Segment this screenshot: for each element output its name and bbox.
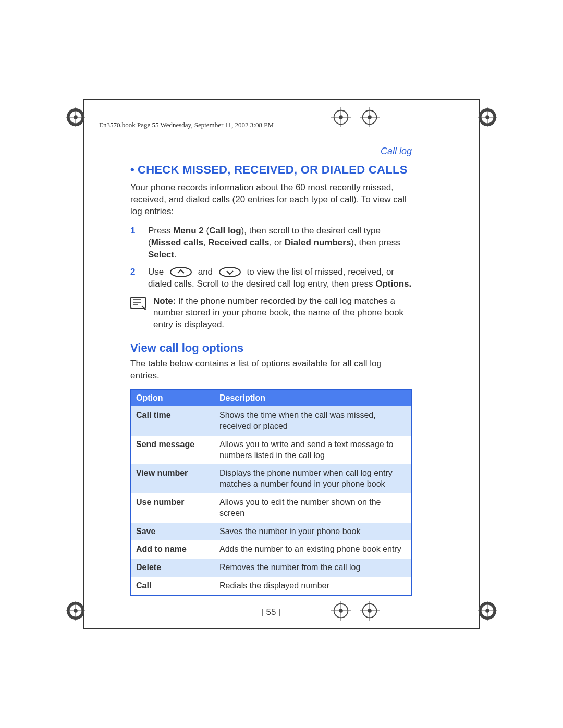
svg-point-4 xyxy=(74,115,78,119)
table-intro: The table below contains a list of optio… xyxy=(130,358,412,382)
svg-point-9 xyxy=(485,115,489,119)
cell-description: Adds the number to an existing phone boo… xyxy=(214,540,412,559)
cell-option: Use number xyxy=(131,493,215,523)
cell-description: Redials the displayed number xyxy=(214,577,412,595)
cell-option: View number xyxy=(131,464,215,493)
scroll-down-key-icon xyxy=(218,267,241,277)
registration-mark-icon xyxy=(478,107,497,127)
step-number: 1 xyxy=(130,225,139,261)
cell-option: Send message xyxy=(131,436,215,465)
note-text: Note: If the phone number recorded by th… xyxy=(153,295,412,331)
crop-line xyxy=(68,117,495,117)
page-content: Call log •CHECK MISSED, RECEIVED, OR DIA… xyxy=(130,146,412,618)
registration-mark-icon xyxy=(66,107,85,127)
registration-mark-icon xyxy=(66,601,85,621)
svg-point-37 xyxy=(219,267,240,277)
list-item: 2 Use and to view the list of missed, re… xyxy=(130,266,412,290)
svg-point-36 xyxy=(170,267,191,277)
heading-2: View call log options xyxy=(130,341,412,355)
note-block: Note: If the phone number recorded by th… xyxy=(130,295,412,331)
cell-description: Allows you to edit the number shown on t… xyxy=(214,493,412,523)
cell-description: Displays the phone number when call log … xyxy=(214,464,412,493)
table-row: Call timeShows the time when the call wa… xyxy=(131,406,412,436)
registration-mark-icon xyxy=(331,107,351,127)
cell-option: Call time xyxy=(131,406,215,436)
step-number: 2 xyxy=(130,266,139,290)
table-row: Use numberAllows you to edit the number … xyxy=(131,493,412,523)
step-list: 1 Press Menu 2 (Call log), then scroll t… xyxy=(130,225,412,290)
options-table: Option Description Call timeShows the ti… xyxy=(130,389,412,596)
cell-option: Delete xyxy=(131,559,215,577)
scroll-up-key-icon xyxy=(169,267,192,277)
heading-1: •CHECK MISSED, RECEIVED, OR DIALED CALLS xyxy=(130,163,412,177)
cell-option: Save xyxy=(131,523,215,541)
list-item: 1 Press Menu 2 (Call log), then scroll t… xyxy=(130,225,412,261)
step-text: Press Menu 2 (Call log), then scroll to … xyxy=(148,225,412,261)
intro-paragraph: Your phone records information about the… xyxy=(130,182,412,218)
svg-point-19 xyxy=(485,609,489,613)
table-row: DeleteRemoves the number from the call l… xyxy=(131,559,412,577)
step-text: Use and to view the list of missed, rece… xyxy=(148,266,412,290)
note-icon xyxy=(130,297,146,310)
book-header: En3570.book Page 55 Wednesday, September… xyxy=(99,121,274,129)
col-header-description: Description xyxy=(214,390,412,407)
table-row: SaveSaves the number in your phone book xyxy=(131,523,412,541)
cell-option: Call xyxy=(131,577,215,595)
registration-mark-icon xyxy=(360,107,380,127)
section-label: Call log xyxy=(130,146,412,157)
table-row: Add to nameAdds the number to an existin… xyxy=(131,540,412,559)
table-row: CallRedials the displayed number xyxy=(131,577,412,595)
cell-option: Add to name xyxy=(131,540,215,559)
cell-description: Shows the time when the call was missed,… xyxy=(214,406,412,436)
svg-point-23 xyxy=(339,115,343,119)
table-row: Send messageAllows you to write and send… xyxy=(131,436,412,465)
registration-mark-icon xyxy=(478,601,497,621)
bullet-icon: • xyxy=(130,163,134,176)
cell-description: Allows you to write and send a text mess… xyxy=(214,436,412,465)
table-header-row: Option Description xyxy=(131,390,412,407)
svg-point-14 xyxy=(74,609,78,613)
col-header-option: Option xyxy=(131,390,215,407)
svg-point-27 xyxy=(368,115,372,119)
cell-description: Saves the number in your phone book xyxy=(214,523,412,541)
table-row: View numberDisplays the phone number whe… xyxy=(131,464,412,493)
heading-1-text: CHECK MISSED, RECEIVED, OR DIALED CALLS xyxy=(138,163,408,176)
cell-description: Removes the number from the call log xyxy=(214,559,412,577)
page-number: [ 55 ] xyxy=(130,607,412,618)
